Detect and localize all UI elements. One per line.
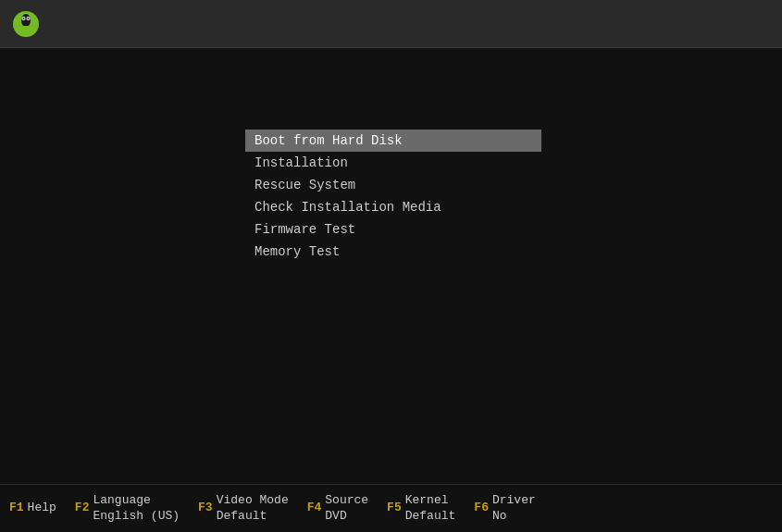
footer-key-f6: F6 xyxy=(474,501,489,516)
footer-label-line1: Driver xyxy=(492,493,536,509)
footer-key-f2: F2 xyxy=(75,501,90,516)
svg-point-4 xyxy=(23,18,25,19)
footer-key-f3: F3 xyxy=(198,501,213,516)
menu-item-installation[interactable]: Installation xyxy=(245,152,541,174)
menu-item-rescue-system[interactable]: Rescue System xyxy=(245,174,541,196)
footer-label-f6: DriverNo xyxy=(492,493,536,525)
footer-item-f2[interactable]: F2LanguageEnglish (US) xyxy=(75,493,180,525)
footer-label-line1: Source xyxy=(325,493,368,509)
footer-item-f1[interactable]: F1Help xyxy=(9,501,56,516)
menu-item-memory-test[interactable]: Memory Test xyxy=(245,241,541,263)
footer-item-f6[interactable]: F6DriverNo xyxy=(474,493,535,525)
footer-label-f4: SourceDVD xyxy=(325,493,368,525)
footer-item-f3[interactable]: F3Video ModeDefault xyxy=(198,493,289,525)
footer-item-f5[interactable]: F5KernelDefault xyxy=(387,493,455,525)
main-content: Boot from Hard DiskInstallationRescue Sy… xyxy=(0,48,782,484)
footer-label-line2: Default xyxy=(217,509,289,525)
menu-item-firmware-test[interactable]: Firmware Test xyxy=(245,218,541,241)
menu-item-check-installation-media[interactable]: Check Installation Media xyxy=(245,196,541,218)
footer-label-line2: Default xyxy=(405,509,456,525)
footer-item-f4[interactable]: F4SourceDVD xyxy=(307,493,368,525)
footer-key-f4: F4 xyxy=(307,501,322,516)
footer-label-line2: English (US) xyxy=(93,509,180,525)
footer-label-f1: Help xyxy=(28,501,56,516)
header-bar xyxy=(0,0,782,48)
logo-container xyxy=(11,9,41,39)
footer-label-line2: No xyxy=(492,509,536,525)
footer-label-f2: LanguageEnglish (US) xyxy=(93,493,180,525)
footer-label-line1: Video Mode xyxy=(217,493,289,509)
menu-item-boot-from-hard-disk[interactable]: Boot from Hard Disk xyxy=(245,130,541,152)
boot-menu: Boot from Hard DiskInstallationRescue Sy… xyxy=(245,130,541,263)
footer-label-line1: Kernel xyxy=(405,493,456,509)
svg-point-5 xyxy=(28,18,30,19)
footer-label-line2: DVD xyxy=(325,509,368,525)
footer-label-f3: Video ModeDefault xyxy=(217,493,289,525)
opensuse-logo-icon xyxy=(11,9,41,39)
footer-key-f1: F1 xyxy=(9,501,24,516)
footer-label-line1: Help xyxy=(28,501,56,516)
footer-key-f5: F5 xyxy=(387,501,402,516)
footer-bar: F1HelpF2LanguageEnglish (US)F3Video Mode… xyxy=(0,484,782,532)
svg-point-1 xyxy=(21,14,31,27)
footer-label-f5: KernelDefault xyxy=(405,493,456,525)
footer-label-line1: Language xyxy=(93,493,180,509)
